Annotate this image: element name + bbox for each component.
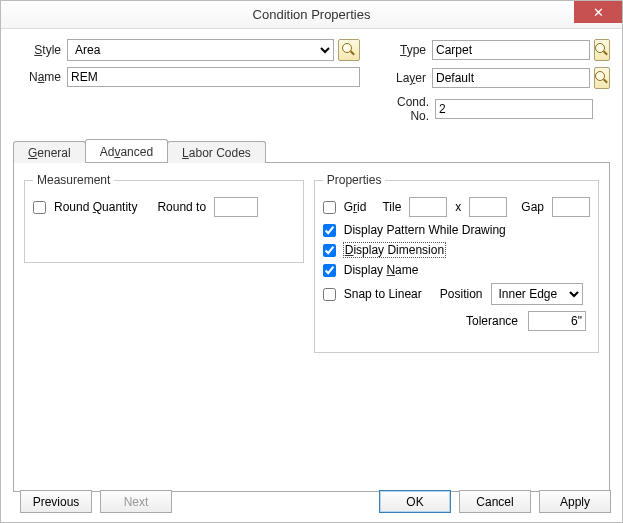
previous-button[interactable]: Previous <box>20 490 92 513</box>
round-quantity-label: Round Quantity <box>54 200 137 214</box>
next-button: Next <box>100 490 172 513</box>
measurement-group: Measurement Round Quantity Round to <box>24 173 304 263</box>
measurement-legend: Measurement <box>33 173 114 187</box>
tab-panel-advanced: Measurement Round Quantity Round to Prop… <box>13 162 610 492</box>
name-input[interactable] <box>67 67 360 87</box>
close-button[interactable]: ✕ <box>574 1 622 23</box>
round-to-input[interactable] <box>214 197 258 217</box>
layer-label: Layer <box>390 71 426 85</box>
position-label: Position <box>440 287 483 301</box>
type-label: Type <box>390 43 426 57</box>
snap-linear-checkbox[interactable] <box>323 288 336 301</box>
apply-button[interactable]: Apply <box>539 490 611 513</box>
display-dimension-checkbox[interactable] <box>323 244 336 257</box>
layer-browse-button[interactable] <box>594 67 610 89</box>
type-browse-button[interactable] <box>594 39 610 61</box>
cancel-button[interactable]: Cancel <box>459 490 531 513</box>
round-quantity-checkbox[interactable] <box>33 201 46 214</box>
condno-input[interactable] <box>435 99 593 119</box>
title-bar: Condition Properties ✕ <box>1 1 622 29</box>
dialog-footer: Previous Next OK Cancel Apply <box>12 490 611 513</box>
search-icon <box>342 43 356 57</box>
times-label: x <box>455 200 461 214</box>
display-name-label: Display Name <box>344 263 419 277</box>
layer-input[interactable] <box>432 68 590 88</box>
properties-legend: Properties <box>323 173 386 187</box>
tolerance-label: Tolerance <box>466 314 518 328</box>
close-icon: ✕ <box>593 5 604 20</box>
tile-height-input[interactable] <box>469 197 507 217</box>
tab-general[interactable]: General <box>13 141 86 163</box>
gap-input[interactable] <box>552 197 590 217</box>
style-select[interactable]: Area <box>67 39 334 61</box>
ok-button[interactable]: OK <box>379 490 451 513</box>
round-to-label: Round to <box>157 200 206 214</box>
properties-group: Properties Grid Tile x Gap Display Patte… <box>314 173 599 353</box>
search-icon <box>595 71 609 85</box>
search-icon <box>595 43 609 57</box>
style-label: Style <box>13 43 61 57</box>
tab-strip: General Advanced Labor Codes <box>13 139 610 162</box>
name-label: Name <box>13 70 61 84</box>
display-dimension-label: Display Dimension <box>344 243 445 257</box>
type-input[interactable] <box>432 40 590 60</box>
tolerance-input[interactable] <box>528 311 586 331</box>
condno-label: Cond. No. <box>390 95 429 123</box>
gap-label: Gap <box>521 200 544 214</box>
display-pattern-checkbox[interactable] <box>323 224 336 237</box>
style-browse-button[interactable] <box>338 39 360 61</box>
snap-linear-label: Snap to Linear <box>344 287 422 301</box>
display-pattern-label: Display Pattern While Drawing <box>344 223 506 237</box>
tile-label: Tile <box>382 200 401 214</box>
tab-labor-codes[interactable]: Labor Codes <box>167 141 266 163</box>
grid-label: Grid <box>344 200 367 214</box>
position-select[interactable]: Inner Edge <box>491 283 583 305</box>
tab-advanced[interactable]: Advanced <box>85 139 168 162</box>
grid-checkbox[interactable] <box>323 201 336 214</box>
window-title: Condition Properties <box>1 7 622 22</box>
tile-width-input[interactable] <box>409 197 447 217</box>
display-name-checkbox[interactable] <box>323 264 336 277</box>
